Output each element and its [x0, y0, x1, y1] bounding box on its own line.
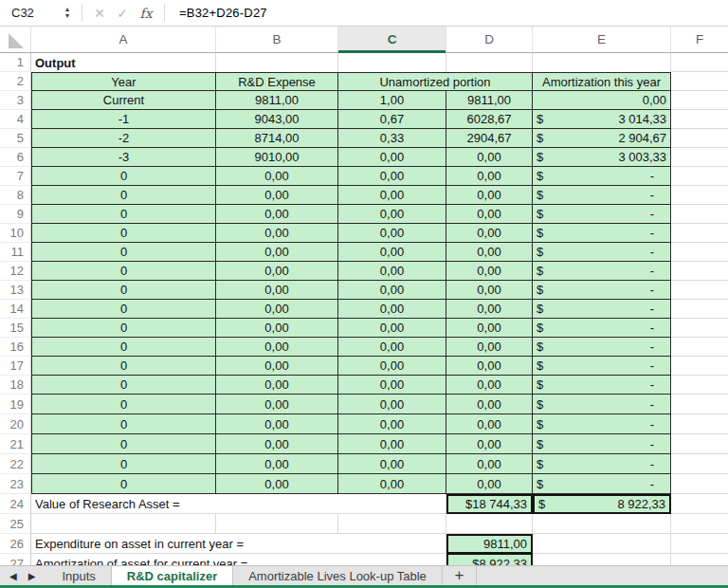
row-header-8[interactable]: 8	[0, 186, 31, 205]
row-header-10[interactable]: 10	[0, 224, 31, 243]
row-header-5[interactable]: 5	[0, 129, 31, 148]
cell-B20[interactable]: 0,00	[216, 414, 338, 434]
cell-A14[interactable]: 0	[31, 300, 216, 319]
cell-D1[interactable]	[446, 53, 533, 72]
column-header-C[interactable]: C	[338, 27, 446, 52]
cell-A3[interactable]: Current	[31, 91, 216, 110]
cell-A17[interactable]: 0	[31, 357, 216, 376]
cell-F17[interactable]	[671, 357, 728, 376]
row-header-17[interactable]: 17	[0, 357, 31, 376]
cancel-icon[interactable]: ✕	[88, 6, 111, 21]
cell-A26[interactable]: Expenditure on asset in current year =	[31, 534, 446, 554]
cell-E25[interactable]	[533, 514, 671, 534]
cell-E11[interactable]: $-	[533, 243, 671, 262]
cell-F23[interactable]	[671, 474, 728, 494]
cell-E3[interactable]: 0,00	[533, 91, 671, 110]
cell-E14[interactable]: $-	[533, 300, 671, 319]
cell-B17[interactable]: 0,00	[216, 357, 338, 376]
row-header-9[interactable]: 9	[0, 205, 31, 224]
row-header-2[interactable]: 2	[0, 72, 31, 91]
cell-F11[interactable]	[671, 243, 728, 262]
cell-E18[interactable]: $-	[533, 376, 671, 395]
row-header-26[interactable]: 26	[0, 534, 31, 554]
cell-C17[interactable]: 0,00	[338, 357, 446, 376]
row-header-25[interactable]: 25	[0, 514, 31, 534]
cell-F13[interactable]	[671, 281, 728, 300]
cell-B25[interactable]	[216, 514, 338, 534]
cell-B12[interactable]: 0,00	[216, 262, 338, 281]
cell-C20[interactable]: 0,00	[338, 414, 446, 434]
cell-C12[interactable]: 0,00	[338, 262, 446, 281]
cell-F24[interactable]	[671, 494, 728, 514]
cell-C25[interactable]	[338, 514, 446, 534]
confirm-icon[interactable]: ✓	[111, 6, 134, 21]
row-header-27[interactable]: 27	[0, 554, 31, 565]
cell-E7[interactable]: $-	[533, 167, 671, 186]
cell-A5[interactable]: -2	[31, 129, 216, 148]
cell-D27[interactable]: $8 922,33	[446, 554, 533, 565]
cell-C9[interactable]: 0,00	[338, 205, 446, 224]
cell-C14[interactable]: 0,00	[338, 300, 446, 319]
cell-A21[interactable]: 0	[31, 434, 216, 454]
cell-E26[interactable]	[533, 534, 671, 554]
insert-function-icon[interactable]: fx	[134, 6, 158, 21]
cell-E6[interactable]: $3 003,33	[533, 148, 671, 167]
cell-A27[interactable]: Amortization of asset for current year =	[31, 554, 446, 565]
cell-F9[interactable]	[671, 205, 728, 224]
cell-B9[interactable]: 0,00	[216, 205, 338, 224]
cell-F2[interactable]	[671, 72, 728, 91]
cell-E10[interactable]: $-	[533, 224, 671, 243]
cell-A23[interactable]: 0	[31, 474, 216, 494]
cell-B6[interactable]: 9010,00	[216, 148, 338, 167]
cell-B10[interactable]: 0,00	[216, 224, 338, 243]
cell-F26[interactable]	[671, 534, 728, 554]
cell-F3[interactable]	[671, 91, 728, 110]
row-header-12[interactable]: 12	[0, 262, 31, 281]
row-header-21[interactable]: 21	[0, 434, 31, 454]
row-header-3[interactable]: 3	[0, 91, 31, 110]
cell-D7[interactable]: 0,00	[446, 167, 533, 186]
cell-F6[interactable]	[671, 148, 728, 167]
cell-F1[interactable]	[671, 53, 728, 72]
cell-A8[interactable]: 0	[31, 186, 216, 205]
row-header-19[interactable]: 19	[0, 395, 31, 414]
cell-D12[interactable]: 0,00	[446, 262, 533, 281]
row-header-11[interactable]: 11	[0, 243, 31, 262]
cell-D21[interactable]: 0,00	[446, 434, 533, 454]
cell-C18[interactable]: 0,00	[338, 376, 446, 395]
cell-E9[interactable]: $-	[533, 205, 671, 224]
cell-A11[interactable]: 0	[31, 243, 216, 262]
cell-B18[interactable]: 0,00	[216, 376, 338, 395]
cell-C13[interactable]: 0,00	[338, 281, 446, 300]
cell-A20[interactable]: 0	[31, 414, 216, 434]
row-header-4[interactable]: 4	[0, 110, 31, 129]
cell-A9[interactable]: 0	[31, 205, 216, 224]
row-header-22[interactable]: 22	[0, 454, 31, 474]
cell-A19[interactable]: 0	[31, 395, 216, 414]
cell-F19[interactable]	[671, 395, 728, 414]
cell-B22[interactable]: 0,00	[216, 454, 338, 474]
row-header-13[interactable]: 13	[0, 281, 31, 300]
cell-C3[interactable]: 1,00	[338, 91, 446, 110]
column-header-D[interactable]: D	[446, 27, 533, 52]
cell-A25[interactable]	[31, 514, 216, 534]
cell-F20[interactable]	[671, 414, 728, 434]
cell-F16[interactable]	[671, 338, 728, 357]
cell-F14[interactable]	[671, 300, 728, 319]
cell-E17[interactable]: $-	[533, 357, 671, 376]
cell-E22[interactable]: $-	[533, 454, 671, 474]
cell-D5[interactable]: 2904,67	[446, 129, 533, 148]
cell-E1[interactable]	[533, 53, 671, 72]
cell-B16[interactable]: 0,00	[216, 338, 338, 357]
cell-D18[interactable]: 0,00	[446, 376, 533, 395]
cell-C11[interactable]: 0,00	[338, 243, 446, 262]
cell-F15[interactable]	[671, 319, 728, 338]
cell-E12[interactable]: $-	[533, 262, 671, 281]
cell-A24[interactable]: Value of Research Asset =	[31, 494, 446, 514]
row-header-15[interactable]: 15	[0, 319, 31, 338]
cell-D20[interactable]: 0,00	[446, 414, 533, 434]
row-header-6[interactable]: 6	[0, 148, 31, 167]
cell-F10[interactable]	[671, 224, 728, 243]
cell-D10[interactable]: 0,00	[446, 224, 533, 243]
cell-E8[interactable]: $-	[533, 186, 671, 205]
